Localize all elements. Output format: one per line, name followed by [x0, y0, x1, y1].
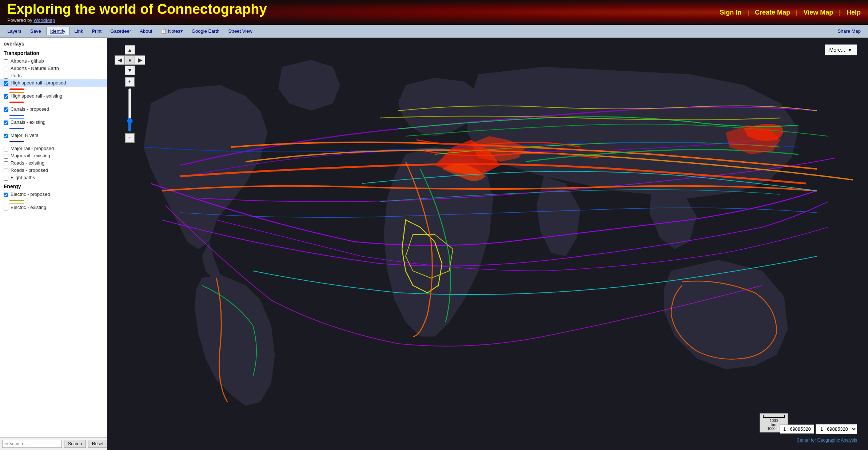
layer-major-rail-proposed: Major rail - proposed	[0, 145, 107, 152]
checkbox-airports-natural[interactable]	[4, 67, 8, 71]
label-ports[interactable]: Ports	[11, 73, 21, 78]
swatch-hs-rail-existing	[9, 100, 107, 105]
checkbox-roads-existing[interactable]	[4, 161, 8, 166]
create-map-link[interactable]: Create Map	[755, 9, 790, 16]
scale-label-2: 1000 mi	[767, 427, 780, 431]
zoom-ratio-display: 1 : 69885320	[780, 425, 814, 434]
swatch-major-rivers	[9, 139, 107, 144]
sidebar-search: Search Reset	[0, 437, 107, 450]
layer-hs-rail-proposed: High speed rail - proposed	[0, 79, 107, 87]
pan-controls: ▲ ◀ ● ▶ ▼	[115, 45, 145, 76]
sidebar: overlays Transportation Airports - githu…	[0, 38, 107, 450]
label-airports-github[interactable]: Airports - github	[11, 58, 44, 64]
checkbox-major-rivers[interactable]	[4, 134, 8, 138]
header-nav: Sign In | Create Map | View Map | Help	[720, 9, 861, 16]
pan-center-button[interactable]: ●	[125, 55, 135, 65]
toolbar-print[interactable]: Print	[88, 27, 105, 35]
pan-up-button[interactable]: ▲	[125, 45, 135, 55]
more-label: More...	[829, 47, 845, 53]
checkbox-flight-paths[interactable]	[4, 176, 8, 181]
more-dropdown-icon: ▼	[847, 47, 852, 53]
toolbar: Layers Save Identify Link Print Gazettee…	[0, 25, 868, 38]
toolbar-save[interactable]: Save	[27, 27, 45, 35]
scale-label-1: 1000	[770, 419, 778, 423]
toolbar-about[interactable]: About	[136, 27, 156, 35]
layer-electric-proposed: Electric - proposed	[0, 191, 107, 198]
toolbar-link[interactable]: Link	[71, 27, 87, 35]
pan-left-button[interactable]: ◀	[115, 55, 125, 65]
label-major-rail-existing[interactable]: Major rail - existing	[11, 153, 50, 158]
layer-electric-existing: Electric - existing	[0, 204, 107, 211]
toolbar-notes[interactable]: 📋 Notes▾	[157, 27, 187, 35]
label-electric-existing[interactable]: Electric - existing	[11, 205, 46, 210]
checkbox-hs-rail-proposed[interactable]	[4, 81, 8, 86]
layer-major-rail-existing: Major rail - existing	[0, 152, 107, 159]
label-roads-proposed[interactable]: Roads - proposed	[11, 167, 48, 173]
map-area[interactable]: ▲ ◀ ● ▶ ▼ + − More... ▼ 1000	[107, 38, 868, 450]
swatch-canals-proposed	[9, 113, 107, 118]
map-controls: ▲ ◀ ● ▶ ▼ + −	[115, 45, 145, 143]
zoom-out-button[interactable]: −	[125, 133, 135, 143]
zoom-slider[interactable]	[126, 88, 134, 132]
checkbox-major-rail-existing[interactable]	[4, 154, 8, 159]
label-canals-proposed[interactable]: Canals - proposed	[11, 106, 49, 112]
view-map-link[interactable]: View Map	[804, 9, 833, 16]
zoom-slider-container: + −	[125, 77, 135, 143]
scale-label-unit: km	[771, 423, 776, 427]
header-subtitle: Powered by WorldMap	[7, 17, 720, 23]
zoom-dropdown[interactable]: 1 : 69885320 1 : 50000000 1 : 25000000 1…	[816, 424, 857, 434]
scale-line	[763, 415, 785, 418]
more-button[interactable]: More... ▼	[825, 44, 857, 55]
label-roads-existing[interactable]: Roads - existing	[11, 160, 44, 166]
reset-button[interactable]: Reset	[88, 440, 107, 448]
checkbox-airports-github[interactable]	[4, 59, 8, 64]
toolbar-gazetteer[interactable]: Gazetteer	[107, 27, 135, 35]
layer-roads-existing: Roads - existing	[0, 159, 107, 167]
center-geographic-link[interactable]: Center for Geographic Analysis	[797, 438, 857, 443]
header-title-block: Exploring the world of Connectography Po…	[7, 2, 720, 23]
label-flight-paths[interactable]: Flight paths	[11, 175, 35, 180]
checkbox-electric-existing[interactable]	[4, 206, 8, 210]
layer-major-rivers: Major_Rivers	[0, 132, 107, 139]
checkbox-roads-proposed[interactable]	[4, 169, 8, 173]
share-map-button[interactable]: Share Map	[834, 27, 864, 35]
sep1: |	[747, 9, 749, 16]
label-airports-natural[interactable]: Airports - Natural Earth	[11, 66, 59, 71]
search-input[interactable]	[2, 440, 62, 448]
help-link[interactable]: Help	[847, 9, 861, 16]
layer-canals-proposed: Canals - proposed	[0, 106, 107, 113]
layer-group-transportation: Transportation	[0, 48, 107, 58]
label-major-rail-proposed[interactable]: Major rail - proposed	[11, 146, 54, 151]
checkbox-canals-existing[interactable]	[4, 121, 8, 125]
sign-in-link[interactable]: Sign In	[720, 9, 741, 16]
toolbar-google-earth[interactable]: Google Earth	[188, 27, 223, 35]
checkbox-electric-proposed[interactable]	[4, 193, 8, 197]
worldmap-link[interactable]: WorldMap	[33, 17, 55, 23]
layer-airports-github: Airports - github	[0, 58, 107, 65]
toolbar-street-view[interactable]: Street View	[224, 27, 256, 35]
label-hs-rail-proposed[interactable]: High speed rail - proposed	[11, 80, 66, 86]
pan-down-button[interactable]: ▼	[125, 66, 135, 75]
layer-airports-natural: Airports - Natural Earth	[0, 65, 107, 72]
label-hs-rail-existing[interactable]: High speed rail - existing	[11, 93, 62, 99]
app-header: Exploring the world of Connectography Po…	[0, 0, 868, 25]
toolbar-layers[interactable]: Layers	[4, 27, 25, 35]
sep3: |	[839, 9, 841, 16]
label-electric-proposed[interactable]: Electric - proposed	[11, 192, 50, 197]
checkbox-canals-proposed[interactable]	[4, 107, 8, 112]
label-major-rivers[interactable]: Major_Rivers	[11, 133, 39, 138]
app-title: Exploring the world of Connectography	[7, 2, 720, 17]
checkbox-ports[interactable]	[4, 74, 8, 79]
checkbox-hs-rail-existing[interactable]	[4, 94, 8, 99]
zoom-selector: 1 : 69885320 1 : 69885320 1 : 50000000 1…	[780, 424, 857, 434]
zoom-in-button[interactable]: +	[125, 77, 135, 87]
toolbar-identify[interactable]: Identify	[46, 27, 69, 35]
search-button[interactable]: Search	[64, 440, 86, 448]
label-canals-existing[interactable]: Canals - existing	[11, 119, 45, 125]
pan-right-button[interactable]: ▶	[135, 55, 145, 65]
layer-roads-proposed: Roads - proposed	[0, 167, 107, 174]
sep2: |	[796, 9, 798, 16]
sidebar-header: overlays	[0, 38, 107, 48]
main-content: overlays Transportation Airports - githu…	[0, 38, 868, 450]
checkbox-major-rail-proposed[interactable]	[4, 147, 8, 151]
